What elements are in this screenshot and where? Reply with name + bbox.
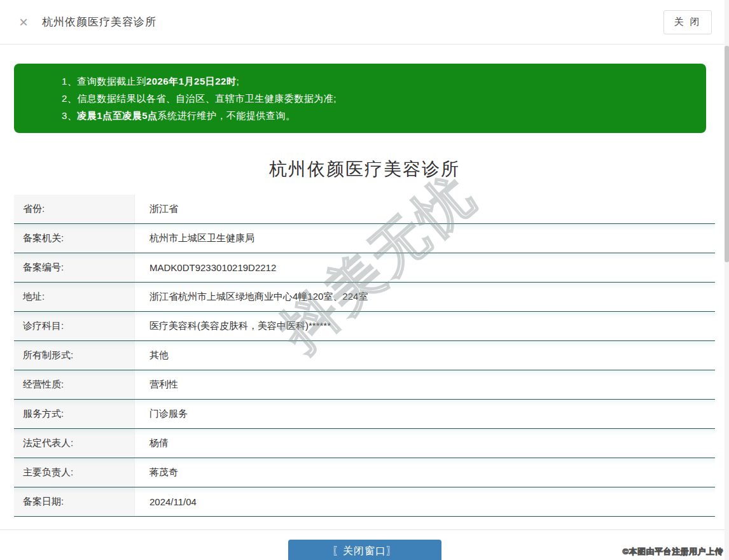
- notice-item-1: 1、查询数据截止到2026年1月25日22时;: [62, 73, 693, 90]
- table-row-legal-representative: 法定代表人: 杨倩: [14, 429, 715, 458]
- table-row-filing-authority: 备案机关: 杭州市上城区卫生健康局: [14, 224, 715, 253]
- row-value: 杨倩: [135, 429, 715, 458]
- row-value: MADK0DT9233010219D2212: [135, 253, 715, 282]
- row-label: 所有制形式:: [14, 341, 135, 370]
- notice-box: 1、查询数据截止到2026年1月25日22时; 2、信息数据结果以各省、自治区、…: [14, 64, 706, 133]
- row-value: 营利性: [135, 370, 715, 399]
- notice-item-3-suffix: 系统进行维护，不能提供查询。: [158, 110, 296, 121]
- vertical-scrollbar[interactable]: [725, 0, 729, 560]
- notice-item-1-suffix: ;: [236, 76, 239, 87]
- footer-actions: 〖关闭窗口〗: [0, 540, 729, 560]
- table-row-ownership-form: 所有制形式: 其他: [14, 341, 715, 370]
- row-value: 杭州市上城区卫生健康局: [135, 224, 715, 253]
- row-value: 2024/11/04: [135, 487, 715, 516]
- row-label: 备案机关:: [14, 224, 135, 253]
- row-label: 备案编号:: [14, 253, 135, 282]
- table-row-service-mode: 服务方式: 门诊服务: [14, 400, 715, 429]
- page-title: 杭州依颜医疗美容诊所: [0, 157, 729, 181]
- row-label: 备案日期:: [14, 487, 135, 516]
- notice-item-2-text: 2、信息数据结果以各省、自治区、直辖市卫生健康委数据为准;: [62, 93, 337, 104]
- close-button[interactable]: 关 闭: [663, 10, 712, 34]
- table-row-filing-date: 备案日期: 2024/11/04: [14, 487, 715, 517]
- window-titlebar: × 杭州依颜医疗美容诊所 关 闭: [0, 0, 729, 45]
- table-row-filing-number: 备案编号: MADK0DT9233010219D2212: [14, 253, 715, 283]
- row-label: 法定代表人:: [14, 429, 135, 458]
- table-row-main-responsible-person: 主要负责人: 蒋茂奇: [14, 458, 715, 487]
- row-label: 省份:: [14, 195, 135, 223]
- close-window-button[interactable]: 〖关闭窗口〗: [288, 540, 441, 560]
- notice-item-1-text: 1、查询数据截止到: [62, 76, 146, 87]
- table-row-treatment-subjects: 诊疗科目: 医疗美容科(美容皮肤科，美容中医科)******: [14, 312, 715, 341]
- notice-item-3-bold: 凌晨1点至凌晨5点: [77, 110, 157, 121]
- notice-item-3: 3、凌晨1点至凌晨5点系统进行维护，不能提供查询。: [62, 107, 693, 124]
- row-value: 其他: [135, 341, 715, 370]
- notice-item-3-text: 3、: [62, 110, 77, 121]
- row-value: 门诊服务: [135, 400, 715, 428]
- notice-item-2: 2、信息数据结果以各省、自治区、直辖市卫生健康委数据为准;: [62, 90, 693, 107]
- row-label: 服务方式:: [14, 400, 135, 428]
- upload-attribution-watermark: ©本图由平台注册用户上传: [622, 546, 723, 557]
- table-row-province: 省份: 浙江省: [14, 195, 715, 224]
- table-row-address: 地址: 浙江省杭州市上城区绿地商业中心4幢120室、224室: [14, 283, 715, 312]
- table-row-business-nature: 经营性质: 营利性: [14, 370, 715, 400]
- row-value: 医疗美容科(美容皮肤科，美容中医科)******: [135, 312, 715, 340]
- row-label: 地址:: [14, 283, 135, 311]
- row-label: 经营性质:: [14, 370, 135, 399]
- scrollbar-thumb[interactable]: [725, 46, 729, 262]
- row-value: 蒋茂奇: [135, 458, 715, 487]
- window-title: 杭州依颜医疗美容诊所: [42, 15, 156, 29]
- bottom-divider: [0, 529, 729, 530]
- row-value: 浙江省: [135, 195, 715, 223]
- detail-table: 省份: 浙江省 备案机关: 杭州市上城区卫生健康局 备案编号: MADK0DT9…: [14, 195, 715, 517]
- row-label: 诊疗科目:: [14, 312, 135, 340]
- row-label: 主要负责人:: [14, 458, 135, 487]
- close-x-icon[interactable]: ×: [19, 15, 28, 30]
- notice-item-1-bold: 2026年1月25日22时: [146, 76, 237, 87]
- row-value: 浙江省杭州市上城区绿地商业中心4幢120室、224室: [135, 283, 715, 311]
